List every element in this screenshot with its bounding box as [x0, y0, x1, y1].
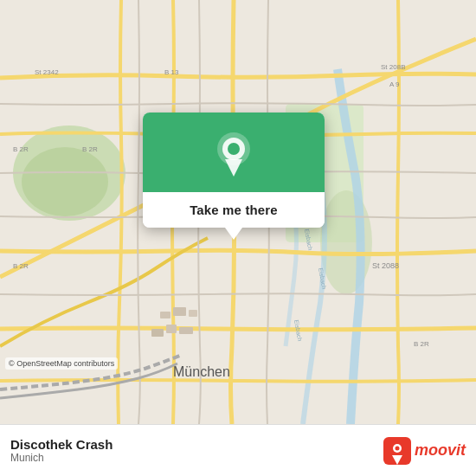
svg-text:B 2R: B 2R	[13, 145, 29, 153]
moovit-icon	[383, 437, 411, 465]
moovit-text: moovit	[415, 441, 466, 460]
popup-arrow	[225, 228, 242, 240]
svg-marker-28	[225, 159, 242, 177]
moovit-logo: moovit	[383, 437, 466, 465]
take-me-there-button[interactable]: Take me there	[143, 192, 325, 228]
bottom-bar: Discothek Crash Munich moovit	[0, 424, 476, 476]
place-name: Discothek Crash	[10, 437, 113, 452]
svg-point-2	[22, 147, 108, 216]
location-popup: Take me there	[143, 113, 325, 228]
svg-rect-20	[173, 307, 186, 316]
svg-point-31	[395, 446, 399, 450]
svg-text:B 2R: B 2R	[13, 262, 29, 270]
svg-text:München: München	[173, 364, 230, 379]
svg-rect-19	[160, 312, 170, 318]
svg-text:B 13: B 13	[164, 68, 179, 76]
place-info: Discothek Crash Munich	[10, 437, 113, 464]
svg-text:St 2342: St 2342	[35, 68, 59, 76]
map-attribution: © OpenStreetMap contributors	[5, 357, 118, 370]
svg-rect-21	[189, 310, 197, 317]
map-view: St 2342 B 13 St 208B A 9 B 2R B 2R B 2R …	[0, 0, 476, 424]
svg-rect-22	[151, 329, 164, 337]
svg-point-27	[228, 143, 240, 155]
popup-header	[143, 113, 325, 192]
svg-rect-23	[166, 325, 177, 333]
svg-text:A 9: A 9	[389, 80, 400, 88]
svg-rect-24	[179, 327, 193, 334]
svg-text:St 2088: St 2088	[372, 261, 399, 270]
svg-text:B 2R: B 2R	[82, 145, 98, 153]
svg-text:B 2R: B 2R	[414, 340, 429, 348]
svg-text:St 208B: St 208B	[381, 63, 405, 71]
location-pin-icon	[211, 132, 256, 177]
place-city: Munich	[10, 452, 113, 464]
